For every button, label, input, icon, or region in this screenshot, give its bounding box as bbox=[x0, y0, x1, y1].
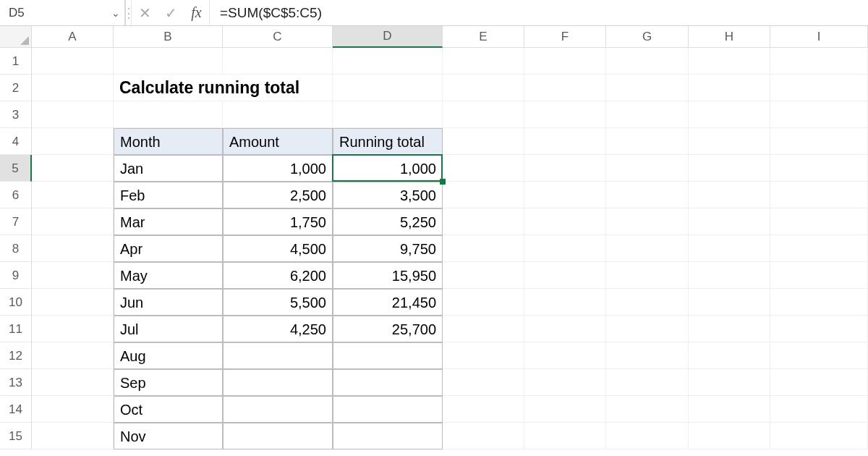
cell[interactable] bbox=[443, 155, 524, 182]
cell[interactable] bbox=[770, 235, 868, 262]
cell[interactable] bbox=[689, 289, 770, 316]
row-header-4[interactable]: 4 bbox=[0, 128, 32, 155]
cell[interactable] bbox=[770, 155, 868, 182]
cell-running-total[interactable] bbox=[333, 369, 443, 396]
col-header-i[interactable]: I bbox=[770, 26, 868, 48]
cell[interactable] bbox=[443, 128, 524, 155]
cell[interactable] bbox=[689, 128, 770, 155]
table-header-month[interactable]: Month bbox=[114, 128, 223, 155]
cell-amount[interactable]: 5,500 bbox=[223, 289, 333, 316]
row-header-14[interactable]: 14 bbox=[0, 396, 32, 423]
cell[interactable] bbox=[114, 101, 223, 128]
row-header-3[interactable]: 3 bbox=[0, 101, 32, 128]
row-header-13[interactable]: 13 bbox=[0, 369, 32, 396]
cell[interactable] bbox=[32, 101, 114, 128]
cell[interactable] bbox=[443, 423, 524, 449]
col-header-f[interactable]: F bbox=[524, 26, 606, 48]
cell-running-total[interactable]: 1,000 bbox=[333, 155, 443, 182]
cell[interactable] bbox=[770, 396, 868, 423]
cell-amount[interactable]: 6,200 bbox=[223, 262, 333, 289]
cell[interactable] bbox=[524, 262, 606, 289]
cell[interactable] bbox=[689, 396, 770, 423]
cell[interactable] bbox=[689, 182, 770, 208]
cell[interactable] bbox=[689, 48, 770, 75]
cell[interactable] bbox=[689, 342, 770, 369]
cell[interactable] bbox=[32, 396, 114, 423]
cell[interactable] bbox=[524, 289, 606, 316]
cell-running-total[interactable]: 3,500 bbox=[333, 182, 443, 208]
cell[interactable] bbox=[524, 423, 606, 449]
cell[interactable] bbox=[223, 75, 333, 101]
cell-amount[interactable] bbox=[223, 423, 333, 449]
cell-month[interactable]: Mar bbox=[114, 208, 223, 235]
cell[interactable] bbox=[223, 48, 333, 75]
cell[interactable] bbox=[524, 48, 606, 75]
cell[interactable] bbox=[770, 423, 868, 449]
worksheet-title[interactable]: Calculate running total bbox=[114, 75, 223, 101]
cell[interactable] bbox=[443, 342, 524, 369]
cell[interactable] bbox=[770, 369, 868, 396]
cell[interactable] bbox=[606, 208, 689, 235]
row-header-5[interactable]: 5 bbox=[0, 155, 32, 182]
cell[interactable] bbox=[770, 182, 868, 208]
cell-month[interactable]: Jun bbox=[114, 289, 223, 316]
cell[interactable] bbox=[770, 289, 868, 316]
cell[interactable] bbox=[606, 262, 689, 289]
col-header-c[interactable]: C bbox=[223, 26, 333, 48]
cell-amount[interactable] bbox=[223, 369, 333, 396]
cell[interactable] bbox=[524, 235, 606, 262]
cell[interactable] bbox=[524, 316, 606, 342]
name-box[interactable]: D5 bbox=[9, 0, 107, 26]
row-header-7[interactable]: 7 bbox=[0, 208, 32, 235]
cell[interactable] bbox=[606, 369, 689, 396]
cell[interactable] bbox=[443, 262, 524, 289]
cell-month[interactable]: Aug bbox=[114, 342, 223, 369]
cell[interactable] bbox=[689, 262, 770, 289]
cell[interactable] bbox=[443, 208, 524, 235]
cell[interactable] bbox=[443, 289, 524, 316]
cell[interactable] bbox=[524, 208, 606, 235]
cell[interactable] bbox=[606, 75, 689, 101]
cell-month[interactable]: Feb bbox=[114, 182, 223, 208]
cell[interactable] bbox=[32, 155, 114, 182]
cell-amount[interactable]: 1,750 bbox=[223, 208, 333, 235]
fx-icon[interactable]: fx bbox=[184, 0, 210, 25]
cell-amount[interactable]: 2,500 bbox=[223, 182, 333, 208]
cell-month[interactable]: Nov bbox=[114, 423, 223, 449]
cell-running-total[interactable]: 5,250 bbox=[333, 208, 443, 235]
cell[interactable] bbox=[443, 48, 524, 75]
row-header-10[interactable]: 10 bbox=[0, 289, 32, 316]
cell[interactable] bbox=[606, 48, 689, 75]
col-header-d[interactable]: D bbox=[333, 26, 443, 48]
cell-running-total[interactable]: 21,450 bbox=[333, 289, 443, 316]
cell[interactable] bbox=[770, 48, 868, 75]
cell-running-total[interactable]: 9,750 bbox=[333, 235, 443, 262]
cell-running-total[interactable]: 25,700 bbox=[333, 316, 443, 342]
cell[interactable] bbox=[606, 155, 689, 182]
col-header-g[interactable]: G bbox=[606, 26, 689, 48]
cell[interactable] bbox=[524, 155, 606, 182]
cell[interactable] bbox=[32, 342, 114, 369]
cell[interactable] bbox=[689, 235, 770, 262]
cell[interactable] bbox=[32, 182, 114, 208]
cell[interactable] bbox=[689, 155, 770, 182]
cell[interactable] bbox=[524, 128, 606, 155]
cell[interactable] bbox=[606, 396, 689, 423]
cell[interactable] bbox=[443, 75, 524, 101]
row-header-6[interactable]: 6 bbox=[0, 182, 32, 208]
cell-amount[interactable]: 4,250 bbox=[223, 316, 333, 342]
cell[interactable] bbox=[689, 101, 770, 128]
cell-running-total[interactable] bbox=[333, 342, 443, 369]
row-header-8[interactable]: 8 bbox=[0, 235, 32, 262]
confirm-formula-button[interactable]: ✓ bbox=[158, 0, 184, 25]
cell[interactable] bbox=[32, 208, 114, 235]
cancel-formula-button[interactable]: ✕ bbox=[132, 0, 158, 25]
cell[interactable] bbox=[223, 101, 333, 128]
cell[interactable] bbox=[770, 128, 868, 155]
cell[interactable] bbox=[333, 48, 443, 75]
cell[interactable] bbox=[32, 316, 114, 342]
cell[interactable] bbox=[32, 423, 114, 449]
cell[interactable] bbox=[114, 48, 223, 75]
cell[interactable] bbox=[443, 182, 524, 208]
cell-month[interactable]: Sep bbox=[114, 369, 223, 396]
